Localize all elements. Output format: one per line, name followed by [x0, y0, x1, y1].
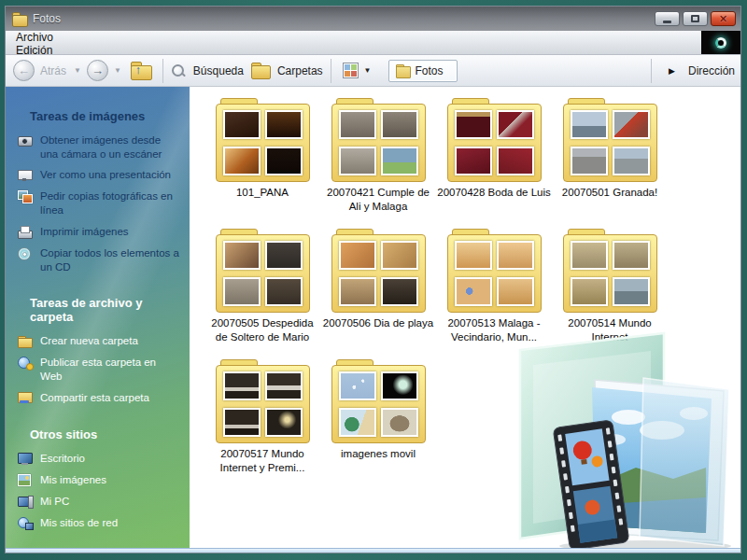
- mypc-icon: [17, 494, 33, 509]
- task-item[interactable]: Publicar esta carpeta en Web: [17, 355, 180, 383]
- folder-item[interactable]: 20070421 Cumple de Ali y Malaga: [320, 98, 436, 229]
- photo-thumbnail: [223, 371, 261, 400]
- folders-button-label[interactable]: Carpetas: [277, 64, 323, 77]
- folder-item[interactable]: 20070501 Granada!: [552, 98, 668, 229]
- folder-item[interactable]: 20070506 Dia de playa: [320, 229, 436, 359]
- folder-name: 20070428 Boda de Luis: [437, 186, 551, 200]
- window-title: Fotos: [33, 12, 61, 25]
- back-arrow-icon: ←: [18, 64, 30, 77]
- folder-item[interactable]: 20070505 Despedida de Soltero de Mario: [204, 229, 320, 359]
- web-icon: [17, 355, 33, 370]
- task-item[interactable]: Crear nueva carpeta: [17, 333, 180, 348]
- task-item[interactable]: Pedir copias fotográficas en línea: [17, 189, 180, 217]
- task-section-header[interactable]: Tareas de imágenes: [30, 109, 180, 123]
- task-section-header[interactable]: Otros sitios: [30, 427, 180, 441]
- photo-thumbnail: [381, 408, 418, 437]
- menu-bar: Archivo Edición Ver Favoritos Herramient…: [6, 31, 740, 55]
- folder-thumbnail-icon: [563, 98, 657, 182]
- photo-thumbnail: [265, 371, 303, 400]
- folder-thumbnail-icon: [331, 359, 426, 443]
- task-section-header[interactable]: Tareas de archivo y carpeta: [30, 296, 180, 324]
- folder-name: 20070421 Cumple de Ali y Malaga: [320, 186, 436, 214]
- task-item[interactable]: Copiar todos los elementos a un CD: [17, 245, 180, 273]
- address-bar-label[interactable]: Dirección: [688, 64, 735, 77]
- myimages-icon: [17, 472, 33, 487]
- toolbar-separator: [651, 59, 652, 83]
- toolbar-separator: [331, 59, 331, 83]
- task-item[interactable]: Ver como una presentación: [17, 167, 180, 182]
- views-dropdown-chevron-icon[interactable]: ▼: [364, 66, 372, 75]
- search-button-label[interactable]: Búsqueda: [193, 64, 244, 77]
- folder-thumbnail-icon: [216, 359, 310, 443]
- task-item[interactable]: Imprimir imágenes: [17, 224, 180, 239]
- back-button[interactable]: ←: [13, 60, 35, 81]
- folder-thumbnail-icon: [216, 98, 310, 182]
- folder-item[interactable]: imagenes movil: [320, 359, 436, 490]
- task-item[interactable]: Mis imágenes: [17, 472, 180, 487]
- photo-thumbnail: [265, 277, 303, 306]
- folder-item[interactable]: 101_PANA: [204, 98, 320, 229]
- task-item[interactable]: Obtener imágenes desde una cámara o un e…: [17, 133, 180, 161]
- photo-thumbnail: [455, 110, 492, 139]
- photo-thumbnail: [223, 110, 261, 139]
- folder-item[interactable]: 20070428 Boda de Luis: [436, 98, 552, 229]
- current-folder-tab[interactable]: Fotos: [388, 60, 458, 82]
- photo-thumbnail: [571, 110, 608, 139]
- toolbar-separator: [162, 59, 163, 83]
- folders-icon[interactable]: [251, 63, 270, 78]
- up-one-level-button[interactable]: ↑: [131, 62, 151, 79]
- folder-icon: [17, 333, 33, 348]
- task-item[interactable]: Compartir esta carpeta: [17, 390, 180, 405]
- desktop-icon: [17, 451, 33, 466]
- task-item[interactable]: Mi PC: [17, 494, 180, 509]
- close-icon: ✕: [719, 14, 727, 24]
- photo-thumbnail: [455, 147, 492, 175]
- task-pane: Tareas de imágenes Obtener imágenes desd…: [6, 87, 190, 548]
- menu-item-archivo[interactable]: Archivo: [6, 31, 93, 44]
- views-icon[interactable]: [343, 63, 359, 78]
- tab-folder-icon: [396, 64, 410, 77]
- photo-thumbnail: [339, 408, 376, 437]
- address-expand-icon[interactable]: ▶: [669, 66, 675, 76]
- maximize-button[interactable]: [683, 11, 708, 26]
- photo-thumbnail: [223, 408, 261, 437]
- photo-thumbnail: [613, 147, 650, 175]
- task-item[interactable]: Escritorio: [17, 451, 180, 466]
- photo-thumbnail: [497, 110, 534, 139]
- folder-thumbnail-icon: [447, 98, 542, 182]
- camera-icon: [17, 133, 33, 147]
- search-icon[interactable]: [171, 63, 186, 78]
- forward-button[interactable]: →: [87, 60, 108, 81]
- status-strip: [6, 548, 740, 553]
- folder-thumbnail-icon: [447, 229, 542, 313]
- photo-thumbnail: [223, 277, 261, 306]
- minimize-button[interactable]: [655, 11, 680, 26]
- up-arrow-icon: ↑: [135, 63, 142, 77]
- photo-thumbnail: [613, 241, 650, 270]
- folder-name: 20070506 Dia de playa: [323, 316, 433, 330]
- folder-thumbnail-icon: [563, 229, 657, 313]
- glass-pictures-folder-artwork: [505, 326, 740, 548]
- forward-dropdown-chevron-icon[interactable]: ▼: [114, 66, 121, 75]
- folder-view: 101_PANA 20070421: [190, 87, 740, 548]
- photo-thumbnail: [223, 241, 261, 270]
- prints-icon: [17, 189, 33, 203]
- photo-thumbnail: [339, 110, 376, 139]
- photo-thumbnail: [265, 110, 303, 139]
- printer-icon: [17, 224, 33, 239]
- photo-thumbnail: [381, 147, 418, 175]
- photo-thumbnail: [571, 241, 608, 270]
- back-dropdown-chevron-icon[interactable]: ▼: [74, 66, 81, 75]
- photo-thumbnail: [571, 277, 608, 306]
- folder-item[interactable]: 20070517 Mundo Internet y Premi...: [204, 359, 320, 490]
- photo-thumbnail: [339, 147, 376, 175]
- close-button[interactable]: ✕: [711, 11, 736, 26]
- current-folder-label: Fotos: [416, 64, 444, 77]
- photo-thumbnail: [613, 110, 650, 139]
- photo-thumbnail: [265, 147, 303, 175]
- task-item[interactable]: Mis sitios de red: [17, 515, 180, 530]
- folder-name: 20070517 Mundo Internet y Premi...: [204, 447, 320, 475]
- explorer-window: Fotos ✕ Archivo Edición Ver Favoritos He…: [5, 6, 741, 553]
- photo-thumbnail: [381, 110, 418, 139]
- title-bar: Fotos ✕: [6, 7, 740, 31]
